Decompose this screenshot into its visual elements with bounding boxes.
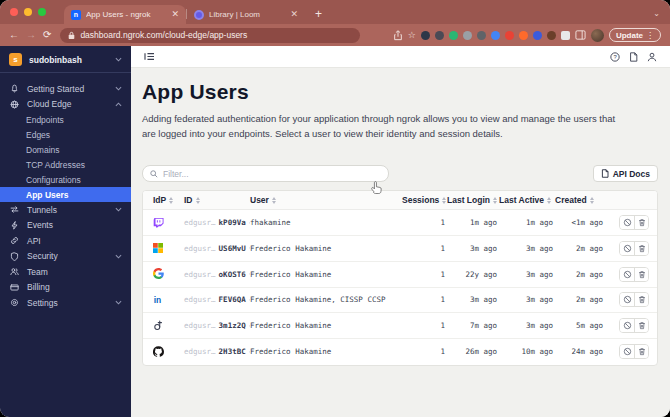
sidebar-item-settings[interactable]: Settings [0, 295, 131, 311]
block-user-button[interactable] [620, 319, 634, 332]
user-name-cell: Frederico Hakamine [250, 270, 402, 279]
browser-profile-avatar[interactable] [591, 29, 604, 42]
block-user-button[interactable] [620, 293, 634, 306]
sidebar-item-label: Security [27, 251, 107, 261]
delete-user-button[interactable] [634, 319, 648, 332]
api-docs-button[interactable]: API Docs [593, 165, 658, 182]
column-label: User [250, 195, 269, 205]
column-header-last-active[interactable]: Last Active [499, 195, 555, 205]
tab-loom[interactable]: Library | Loom ✕ [187, 5, 305, 24]
table-row[interactable]: edgusr…oKOST6Frederico Hakamine122y ago3… [143, 262, 657, 288]
sidebar-item-configurations[interactable]: Configurations [0, 172, 131, 187]
sidebar-item-team[interactable]: Team [0, 264, 131, 280]
custom-idp-icon [153, 317, 184, 335]
sidebar-item-app-users[interactable]: App Users [0, 187, 131, 202]
update-button[interactable]: Update ⋮ [609, 28, 661, 42]
sidebar-item-getting-started[interactable]: Getting Started [0, 81, 131, 97]
extension-icon[interactable] [519, 31, 528, 40]
column-header-last-login[interactable]: Last Login [447, 195, 499, 205]
sort-icon[interactable] [272, 197, 276, 204]
extension-icon[interactable] [435, 31, 444, 40]
sort-icon[interactable] [493, 197, 497, 204]
sort-icon[interactable] [590, 197, 594, 204]
sort-icon[interactable] [169, 197, 173, 204]
address-bar[interactable]: dashboard.ngrok.com/cloud-edge/app-users [60, 28, 360, 43]
sidebar-item-tcp-addresses[interactable]: TCP Addresses [0, 157, 131, 172]
extension-icon[interactable] [533, 31, 542, 40]
close-window-button[interactable] [10, 8, 18, 16]
back-icon[interactable]: ← [9, 30, 19, 40]
bookmark-star-icon[interactable]: ☆ [408, 31, 416, 40]
column-header-idp[interactable]: IdP [153, 195, 184, 205]
sort-icon[interactable] [442, 197, 446, 204]
block-user-button[interactable] [620, 216, 634, 229]
delete-user-button[interactable] [634, 242, 648, 255]
tab-app-users[interactable]: n App Users - ngrok ✕ [64, 5, 186, 24]
table-row[interactable]: edgusr…3m1z2QFrederico Hakamine17m ago3m… [143, 313, 657, 339]
column-header-created[interactable]: Created [555, 195, 605, 205]
sidebar-item-api[interactable]: API [0, 233, 131, 249]
account-switcher[interactable]: s sudobinbash [0, 46, 131, 72]
chevron-down-icon [115, 207, 122, 212]
column-header-id[interactable]: ID [184, 195, 250, 205]
extension-icon[interactable] [421, 31, 430, 40]
settings-icon [9, 298, 19, 307]
extension-icon[interactable] [547, 31, 556, 40]
extension-icon[interactable] [463, 31, 472, 40]
block-user-button[interactable] [620, 268, 634, 281]
forward-icon[interactable]: → [26, 30, 36, 40]
docs-icon[interactable] [629, 52, 638, 62]
tab-search-chevron-icon[interactable]: ⌄ [653, 9, 670, 24]
api-docs-label: API Docs [613, 169, 650, 179]
sidebar-item-security[interactable]: Security [0, 249, 131, 265]
sidebar-divider [0, 72, 131, 73]
delete-user-button[interactable] [634, 268, 648, 281]
sidebar-item-cloud-edge[interactable]: Cloud Edge [0, 97, 131, 113]
table-row[interactable]: edgusr…US6MvUFrederico Hakamine13m ago3m… [143, 236, 657, 262]
tunnels-icon [9, 205, 19, 214]
share-icon[interactable] [393, 30, 403, 41]
sidebar-item-domains[interactable]: Domains [0, 142, 131, 157]
tab-close-icon[interactable]: ✕ [171, 10, 179, 19]
table-row[interactable]: inedgusr…FEV6QAFrederico Hakamine, CISSP… [143, 288, 657, 314]
sidebar-item-events[interactable]: Events [0, 218, 131, 234]
reload-icon[interactable]: ⟳ [43, 30, 51, 40]
new-tab-button[interactable]: + [305, 7, 332, 24]
ngrok-favicon: n [71, 10, 81, 20]
table-row[interactable]: edgusr…2H3tBCFrederico Hakamine126m ago1… [143, 339, 657, 365]
sort-icon[interactable] [547, 197, 551, 204]
block-user-button[interactable] [620, 345, 634, 358]
id-suffix: US6MvU [219, 244, 246, 253]
sidebar-item-billing[interactable]: Billing [0, 280, 131, 296]
support-icon[interactable]: ? [610, 52, 620, 62]
sidebar-item-endpoints[interactable]: Endpoints [0, 112, 131, 127]
delete-user-button[interactable] [634, 345, 648, 358]
row-actions [605, 241, 649, 256]
sidebar-item-edges[interactable]: Edges [0, 127, 131, 142]
filter-input[interactable] [163, 169, 381, 179]
column-header-user[interactable]: User [250, 195, 402, 205]
created-cell: 2m ago [555, 244, 605, 253]
minimize-window-button[interactable] [24, 8, 32, 16]
filter-box[interactable] [142, 165, 389, 182]
user-icon[interactable] [647, 52, 657, 62]
zoom-window-button[interactable] [38, 8, 46, 16]
tab-close-icon[interactable]: ✕ [290, 10, 298, 19]
sidebar-item-tunnels[interactable]: Tunnels [0, 202, 131, 218]
extension-icon[interactable] [477, 31, 486, 40]
extension-icon[interactable] [561, 31, 570, 40]
extension-icon[interactable] [491, 31, 500, 40]
sort-icon[interactable] [196, 197, 200, 204]
side-panel-icon[interactable] [575, 30, 586, 40]
delete-user-button[interactable] [634, 216, 648, 229]
sidebar-toggle-icon[interactable] [144, 52, 155, 61]
delete-user-button[interactable] [634, 293, 648, 306]
browser-menu-icon[interactable]: ⋮ [646, 31, 654, 40]
extension-icon[interactable] [505, 31, 514, 40]
extension-icon[interactable] [449, 31, 458, 40]
table-row[interactable]: edgusr…kP09Vafhakamine11m ago1m ago<1m a… [143, 210, 657, 236]
tab-title: App Users - ngrok [86, 10, 166, 19]
block-user-button[interactable] [620, 242, 634, 255]
window-controls [0, 8, 56, 24]
column-header-sessions[interactable]: Sessions [402, 195, 447, 205]
